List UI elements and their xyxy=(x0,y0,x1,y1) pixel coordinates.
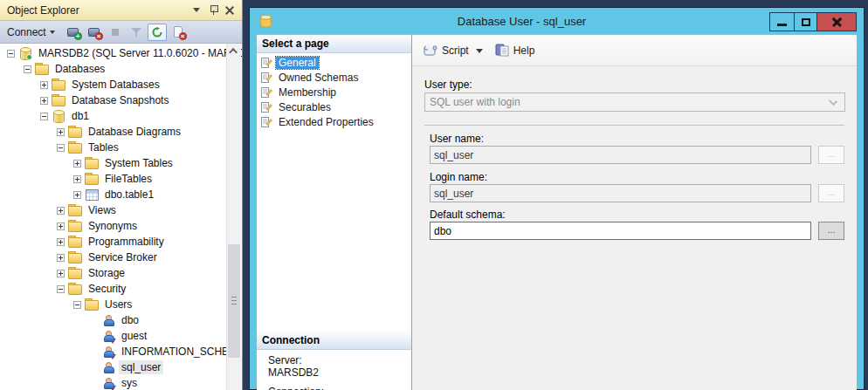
tree-item-databases[interactable]: Databases xyxy=(0,61,242,77)
disconnect-server-button[interactable]: × xyxy=(85,24,104,41)
tree-item-system-tables[interactable]: System Tables xyxy=(0,155,242,171)
properties-page-icon xyxy=(260,116,272,128)
tree-item-icon xyxy=(68,251,81,263)
filter-button[interactable] xyxy=(127,24,146,41)
tree-item-tables[interactable]: Tables xyxy=(0,140,242,155)
page-item-extended-properties[interactable]: Extended Properties xyxy=(257,114,411,129)
object-explorer-title: Object Explorer xyxy=(7,4,187,17)
plus-badge-icon: + xyxy=(74,32,82,40)
tree-item-label: INFORMATION_SCHEM xyxy=(119,345,240,359)
tree-expander[interactable] xyxy=(57,222,65,230)
page-item-general[interactable]: General xyxy=(257,55,411,70)
tree-expander[interactable] xyxy=(73,175,81,183)
pin-icon xyxy=(210,5,217,16)
scrollbar-thumb[interactable] xyxy=(228,244,240,358)
tree-expander[interactable] xyxy=(7,50,15,58)
tree-item-information-schem[interactable]: INFORMATION_SCHEM xyxy=(0,344,242,359)
page-item-securables[interactable]: Securables xyxy=(257,99,411,114)
dialog-title: Database User - sql_user xyxy=(273,15,770,28)
tree-expander[interactable] xyxy=(57,254,65,262)
login-name-input xyxy=(430,184,811,202)
help-button[interactable]: Help xyxy=(495,44,535,57)
tree-item-database-snapshots[interactable]: Database Snapshots xyxy=(0,92,242,108)
script-error-button[interactable]: × xyxy=(169,24,188,41)
script-dropdown-icon[interactable] xyxy=(476,49,483,53)
tree-item-label: Databases xyxy=(52,62,107,76)
tree-item-storage[interactable]: Storage xyxy=(0,265,242,281)
dialog-titlebar[interactable]: Database User - sql_user xyxy=(257,8,857,34)
tree-item-synonyms[interactable]: Synonyms xyxy=(0,218,242,234)
default-schema-input[interactable] xyxy=(430,222,811,240)
window-controls xyxy=(770,12,857,31)
tree-expander[interactable] xyxy=(73,301,81,309)
tree-item-label: sys xyxy=(119,376,140,390)
script-button[interactable]: Script xyxy=(423,44,483,57)
page-item-membership[interactable]: Membership xyxy=(257,85,411,99)
default-schema-browse-button[interactable]: ... xyxy=(818,222,844,240)
connect-dropdown-icon[interactable] xyxy=(50,31,55,34)
refresh-icon xyxy=(152,27,162,38)
tree-item-database-diagrams[interactable]: Database Diagrams xyxy=(0,124,242,140)
tree-item-label: System Tables xyxy=(102,156,176,170)
tree-expander[interactable] xyxy=(40,97,48,105)
minimize-icon xyxy=(777,24,787,26)
object-explorer-panel: Object Explorer Connect + × × MARSDB2 (S… xyxy=(0,0,243,390)
tree-item-label: dbo xyxy=(119,313,141,327)
tree-item-security[interactable]: Security xyxy=(0,281,242,297)
tree-item-system-databases[interactable]: System Databases xyxy=(0,77,242,92)
help-button-label: Help xyxy=(513,44,535,57)
stop-button[interactable] xyxy=(106,24,125,41)
tree-item-label: Synonyms xyxy=(86,219,140,233)
user-type-value: SQL user with login xyxy=(430,96,520,108)
tree-item-sql-user[interactable]: sql_user xyxy=(0,359,242,375)
scroll-up-button[interactable] xyxy=(227,44,241,58)
user-type-combobox[interactable]: SQL user with login xyxy=(424,92,845,112)
tree-expander[interactable] xyxy=(57,128,65,136)
tree-item-users[interactable]: Users xyxy=(0,297,242,312)
tree-item-programmability[interactable]: Programmability xyxy=(0,234,242,250)
tree-expander[interactable] xyxy=(73,191,81,199)
panel-close-button[interactable] xyxy=(223,3,237,17)
tree-item-dbo[interactable]: dbo xyxy=(0,312,242,328)
connect-server-button[interactable]: + xyxy=(64,24,83,41)
page-item-label: Owned Schemas xyxy=(276,72,361,84)
general-page-pane: Script Help User type: SQL user with xyxy=(412,35,857,390)
tree-expander[interactable] xyxy=(73,160,81,168)
tree-item-icon xyxy=(52,94,65,106)
connect-button[interactable]: Connect xyxy=(7,26,46,38)
tree-expander[interactable] xyxy=(57,207,65,215)
refresh-button[interactable] xyxy=(148,24,167,41)
tree-item-service-broker[interactable]: Service Broker xyxy=(0,250,242,265)
tree-expander[interactable] xyxy=(24,65,31,73)
tree-item-views[interactable]: Views xyxy=(0,202,242,218)
tree-item-marsdb2-sql-server-11-0-6020-marsd[interactable]: MARSDB2 (SQL Server 11.0.6020 - MARSD xyxy=(0,45,242,61)
dialog-body: Select a page General Owned Schemas xyxy=(257,34,857,390)
tree-expander[interactable] xyxy=(40,81,48,89)
tree-item-filetables[interactable]: FileTables xyxy=(0,171,242,187)
auto-hide-pin-button[interactable] xyxy=(206,3,220,17)
close-button[interactable] xyxy=(816,12,857,31)
tree-expander[interactable] xyxy=(57,238,65,246)
tree-scrollbar[interactable] xyxy=(226,44,241,390)
tree-item-guest[interactable]: guest xyxy=(0,328,242,344)
tree-item-db1[interactable]: db1 xyxy=(0,108,242,124)
tree-item-icon xyxy=(85,173,98,185)
login-name-browse-button: ... xyxy=(818,184,844,202)
properties-page-icon xyxy=(260,101,272,113)
tree-expander[interactable] xyxy=(57,270,65,277)
tree-expander[interactable] xyxy=(40,113,48,120)
tree-item-sys[interactable]: sys xyxy=(0,375,242,390)
tree-item-icon xyxy=(85,157,98,169)
page-item-owned-schemas[interactable]: Owned Schemas xyxy=(257,70,411,85)
tree-item-icon xyxy=(68,283,81,295)
tree-item-label: Views xyxy=(86,203,119,217)
login-name-label: Login name: xyxy=(430,171,487,183)
tree-item-dbo-table1[interactable]: dbo.table1 xyxy=(0,187,242,202)
tree-item-label: dbo.table1 xyxy=(102,188,156,202)
minimize-button[interactable] xyxy=(769,12,795,31)
window-position-menu-button[interactable] xyxy=(189,3,203,17)
tree-expander[interactable] xyxy=(57,144,65,152)
maximize-button[interactable] xyxy=(794,12,817,31)
tree-item-icon xyxy=(101,377,114,389)
tree-expander[interactable] xyxy=(57,285,65,293)
